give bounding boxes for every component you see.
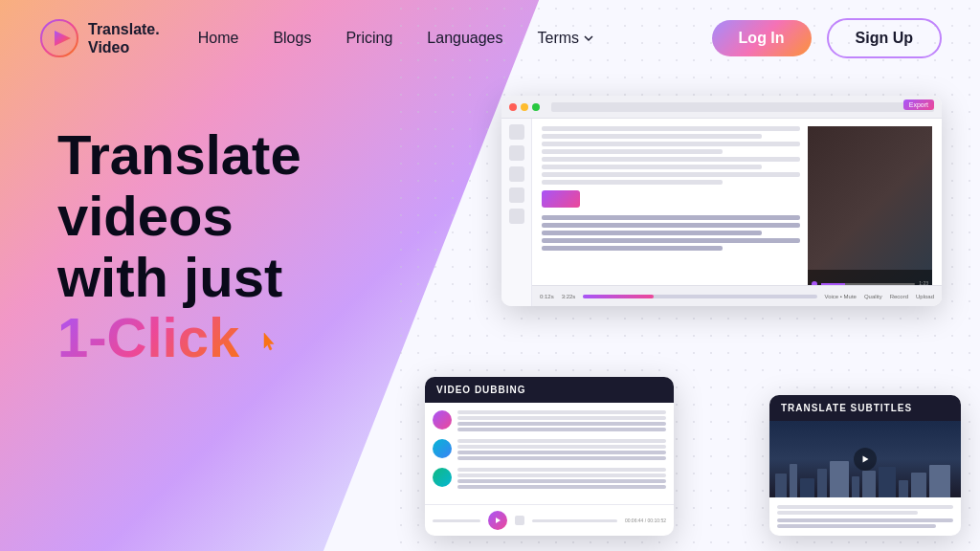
subtitles-card: TRANSLATE SUBTITLES [769, 395, 961, 536]
hero-line3: with just [57, 247, 459, 308]
hero-line2: videos [57, 186, 459, 247]
text-line-5 [542, 157, 800, 162]
building-11 [929, 465, 950, 497]
building-7 [862, 471, 876, 497]
sidebar-icon-2 [509, 145, 524, 161]
nav-blogs[interactable]: Blogs [273, 30, 311, 47]
dub-line-2b [457, 445, 666, 449]
window-maximize-dot [532, 103, 540, 111]
building-3 [800, 478, 814, 497]
text-line-3 [542, 142, 800, 146]
logo[interactable]: Translate. Video [38, 17, 160, 59]
building-9 [899, 480, 908, 497]
subtitle-jp-line-1 [777, 518, 953, 522]
sidebar-icon-1 [509, 124, 524, 140]
editor-content: 1:23 [501, 119, 942, 306]
building-10 [911, 473, 926, 497]
nav-buttons: Log In Sign Up [712, 18, 942, 58]
dub-line-2a [457, 439, 666, 443]
dub-line-2d [457, 456, 666, 460]
timeline-bar[interactable] [583, 295, 816, 298]
hero-section: Translate videos with just 1-Click Expor… [0, 77, 980, 551]
video-preview: 1:23 [808, 126, 932, 298]
stop-button[interactable] [515, 516, 524, 525]
subtitle-line-1 [777, 505, 953, 509]
dubbing-timeline[interactable] [532, 519, 617, 522]
navbar: Translate. Video Home Blogs Pricing Lang… [0, 0, 980, 77]
dubbing-card: VIDEO DUBBING [425, 377, 674, 536]
subtitles-header: TRANSLATE SUBTITLES [769, 395, 961, 421]
jp-line-3 [542, 231, 762, 235]
dubbing-footer: 00:06:44 / 00:10:52 [425, 504, 674, 536]
window-minimize-dot [521, 103, 528, 111]
editor-text-area: 1:23 [532, 119, 942, 306]
text-line-1 [542, 126, 800, 131]
cursor-icon [258, 331, 281, 354]
svg-marker-3 [496, 518, 501, 523]
nav-terms[interactable]: Terms [538, 30, 595, 47]
hero-title: Translate videos with just 1-Click [57, 124, 459, 368]
japanese-text-section [542, 215, 800, 251]
video-play-overlay[interactable] [854, 448, 877, 471]
dubbing-text-1 [457, 410, 666, 433]
jp-line-5 [542, 246, 723, 251]
dubbing-time: 00:06:44 / 00:10:52 [625, 518, 666, 523]
text-line-6 [542, 165, 762, 169]
building-2 [790, 464, 797, 497]
dubbing-content [425, 403, 674, 504]
chevron-down-icon [583, 33, 594, 44]
nav-languages[interactable]: Languages [427, 30, 502, 47]
subtitle-jp-line-2 [777, 524, 936, 528]
dub-line-3b [457, 474, 666, 477]
play-overlay-icon [860, 454, 870, 464]
record-label: Record [890, 294, 908, 299]
nav-links: Home Blogs Pricing Languages Terms [198, 30, 712, 47]
dubbing-header: VIDEO DUBBING [425, 377, 674, 403]
subtitles-city-image [769, 421, 961, 497]
timeline-fill [583, 295, 653, 298]
text-line-2 [542, 134, 762, 139]
login-button[interactable]: Log In [712, 20, 812, 56]
hero-line1: Translate [57, 124, 459, 186]
dub-line-1d [457, 428, 666, 431]
sidebar-icon-4 [509, 187, 524, 203]
dub-line-2c [457, 451, 666, 454]
time-display: 0:12s [540, 294, 554, 299]
editor-bottom-bar: 0:12s 3:22s Voice • Mute Quality Record … [532, 285, 942, 306]
duration-bar [433, 519, 480, 522]
dub-line-1c [457, 422, 666, 426]
dubbing-text-3 [457, 468, 666, 491]
editor-sidebar [501, 119, 532, 306]
dubbing-text-2 [457, 439, 666, 462]
logo-text: Translate. Video [88, 20, 160, 56]
volume-label: Voice • Mute [825, 294, 857, 299]
window-close-dot [509, 103, 517, 111]
upload-label: Upload [916, 294, 934, 299]
sidebar-icon-3 [509, 166, 524, 182]
subtitle-line-2 [777, 511, 918, 515]
nav-pricing[interactable]: Pricing [345, 30, 392, 47]
signup-button[interactable]: Sign Up [827, 18, 942, 58]
editor-screenshot: Export [501, 96, 942, 306]
dubbing-play-button[interactable] [488, 511, 507, 530]
dub-line-3d [457, 485, 666, 489]
building-8 [879, 467, 896, 497]
dub-line-1b [457, 416, 666, 420]
text-line-8 [542, 180, 723, 185]
text-col-english [542, 126, 800, 298]
sidebar-icon-5 [509, 209, 524, 224]
export-button[interactable]: Export [903, 99, 934, 110]
dubbing-row-3 [433, 468, 666, 491]
building-4 [817, 469, 827, 497]
speaker-avatar-3 [433, 468, 452, 487]
logo-icon [38, 17, 80, 59]
dub-line-3a [457, 468, 666, 472]
nav-home[interactable]: Home [198, 30, 239, 47]
share-button[interactable] [542, 190, 580, 208]
text-line-4 [542, 149, 723, 154]
dub-line-3c [457, 479, 666, 483]
jp-line-2 [542, 223, 800, 228]
building-5 [830, 461, 849, 497]
hero-line4: 1-Click [57, 307, 459, 368]
quality-label: Quality [864, 294, 882, 299]
